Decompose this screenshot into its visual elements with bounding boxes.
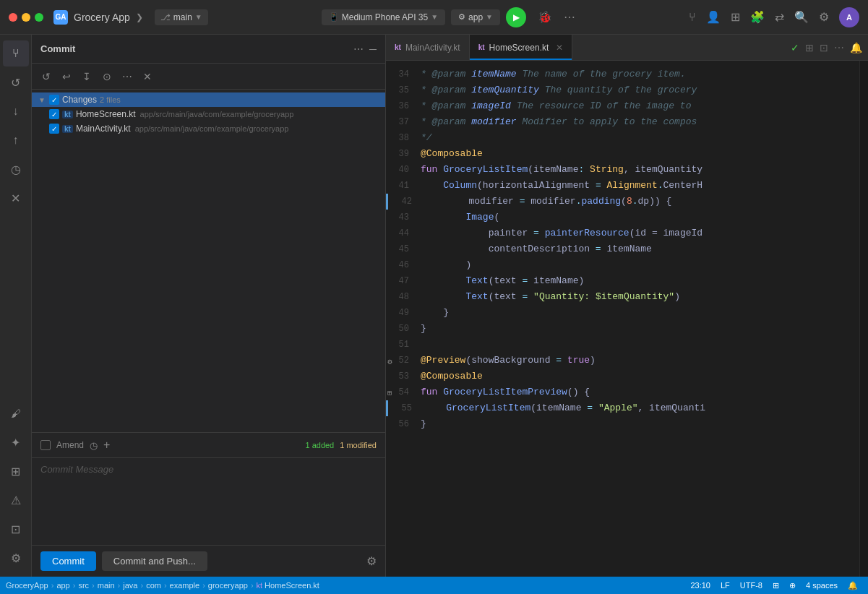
panel-header-icons: ⋯ ─: [353, 43, 377, 55]
add-amend-icon[interactable]: +: [103, 439, 110, 452]
panel-minimize-icon[interactable]: ─: [369, 43, 377, 55]
amend-label: Amend: [56, 440, 84, 450]
code-line-55: 55 GroceryListItem(itemName = "Apple", i…: [386, 400, 859, 416]
traffic-lights: [9, 13, 43, 22]
commit-button[interactable]: Commit: [40, 551, 96, 571]
changes-tree: ▼ ✓ Changes 2 files ✓ kt HomeScreen.kt a…: [32, 90, 385, 432]
build-target-selector[interactable]: ⚙ app ▼: [451, 9, 500, 25]
activity-pull[interactable]: ↓: [3, 98, 29, 124]
code-editor[interactable]: 34 * @param itemName The name of the gro…: [386, 61, 859, 577]
refresh-toolbar-icon[interactable]: ↺: [38, 68, 55, 85]
commit-settings-icon[interactable]: ⚙: [366, 554, 377, 568]
bc-com[interactable]: com: [146, 581, 161, 590]
activity-history[interactable]: ◷: [3, 156, 29, 182]
debug-button[interactable]: 🐞: [532, 4, 558, 30]
line-num-37: 37: [386, 114, 421, 130]
line-ending[interactable]: LF: [716, 581, 734, 590]
cursor-position[interactable]: 23:10: [686, 581, 715, 590]
activity-push[interactable]: ↑: [3, 127, 29, 153]
file-item-homescreen[interactable]: ✓ kt HomeScreen.kt app/src/main/java/com…: [32, 107, 385, 121]
bc-groceryapp[interactable]: GroceryApp: [6, 581, 48, 590]
line-num-43: 43: [386, 210, 421, 225]
tab-mainactivity[interactable]: kt MainActivity.kt: [386, 35, 470, 60]
tab-expand-icon[interactable]: ⊞: [805, 42, 814, 53]
line-content-55: GroceryListItem(itemName = "Apple", item…: [424, 400, 848, 416]
code-line-52: 52 ⚙ @Preview(showBackground = true): [386, 353, 859, 369]
activity-layers[interactable]: ⊞: [3, 458, 29, 484]
activity-star[interactable]: ✦: [3, 429, 29, 455]
tab-split-icon[interactable]: ⊡: [820, 42, 828, 53]
homescreen-checkbox[interactable]: ✓: [49, 109, 59, 119]
run-button[interactable]: ▶: [506, 7, 526, 27]
charset-selector[interactable]: UTF-8: [736, 581, 767, 590]
maximize-window-button[interactable]: [35, 13, 43, 22]
activity-brush[interactable]: 🖌: [3, 400, 29, 426]
changes-group-checkbox[interactable]: ✓: [49, 95, 59, 105]
more-toolbar-icon[interactable]: ⋯: [119, 68, 136, 85]
settings-icon[interactable]: ⚙: [819, 10, 829, 24]
code-line-46: 46 ): [386, 257, 859, 273]
version-control-icon[interactable]: ⑂: [689, 11, 696, 24]
commit-message-area[interactable]: Commit Message: [32, 458, 385, 545]
run-config-icon[interactable]: ⊞: [731, 10, 740, 24]
device-selector[interactable]: 📱 Medium Phone API 35 ▼: [322, 9, 445, 25]
activity-settings[interactable]: ⚙: [3, 545, 29, 571]
activity-source-control[interactable]: ⑂: [3, 40, 29, 66]
history-amend-icon[interactable]: ◷: [90, 440, 98, 451]
code-line-36: 36 * @param imageId The resource ID of t…: [386, 98, 859, 114]
stash-toolbar-icon[interactable]: ↧: [78, 68, 95, 85]
minimize-window-button[interactable]: [22, 13, 30, 22]
line-num-34: 34: [386, 66, 421, 82]
code-line-35: 35 * @param itemQuantity The quantity of…: [386, 82, 859, 98]
bc-groceryapp-pkg[interactable]: groceryapp: [208, 581, 248, 590]
bc-example[interactable]: example: [170, 581, 200, 590]
plugins-icon[interactable]: 🧩: [750, 10, 765, 24]
code-line-49: 49 }: [386, 305, 859, 321]
commit-push-button[interactable]: Commit and Push...: [102, 551, 207, 571]
panel-more-icon[interactable]: ⋯: [353, 43, 364, 55]
line-num-42: 42: [389, 194, 424, 210]
bc-main[interactable]: main: [98, 581, 115, 590]
activity-close[interactable]: ✕: [3, 185, 29, 211]
bc-java[interactable]: java: [123, 581, 137, 590]
activity-terminal[interactable]: ⊡: [3, 516, 29, 542]
amend-checkbox[interactable]: [40, 440, 51, 450]
diff-icon[interactable]: ⇄: [775, 10, 784, 24]
main-layout: ⑂ ↺ ↓ ↑ ◷ ✕ 🖌 ✦ ⊞ ⚠ ⊡ ⚙ Commit ⋯ ─ ↺ ↩ ↧…: [0, 35, 868, 577]
line-num-45: 45: [386, 241, 421, 257]
mainactivity-checkbox[interactable]: ✓: [49, 124, 59, 134]
line-num-56: 56: [386, 416, 421, 432]
changes-group-header[interactable]: ▼ ✓ Changes 2 files: [32, 92, 385, 107]
bc-src[interactable]: src: [78, 581, 89, 590]
avatar[interactable]: A: [839, 7, 859, 27]
global-search-icon[interactable]: 🔍: [794, 10, 809, 24]
bc-homescreen[interactable]: kt HomeScreen.kt: [257, 581, 319, 590]
close-toolbar-icon[interactable]: ✕: [139, 68, 156, 85]
line-content-36: * @param imageId The resource ID of the …: [421, 98, 848, 114]
tab-homescreen-close-icon[interactable]: ✕: [556, 43, 563, 53]
homescreen-filepath: app/src/main/java/com/example/groceryapp: [140, 110, 294, 119]
commit-panel: Commit ⋯ ─ ↺ ↩ ↧ ⊙ ⋯ ✕ ▼ ✓ Changes 2 fil…: [32, 35, 386, 577]
indent-spaces[interactable]: 4 spaces: [802, 581, 842, 590]
indent-selector[interactable]: ⊞: [768, 581, 783, 590]
branch-selector[interactable]: ⎇ main ▼: [155, 9, 208, 25]
collapse-arrow-icon: ▼: [38, 95, 46, 104]
activity-warning[interactable]: ⚠: [3, 487, 29, 513]
code-line-50: 50 }: [386, 321, 859, 337]
code-line-43: 43 Image(: [386, 210, 859, 225]
editor-minimap[interactable]: [859, 61, 868, 577]
tab-homescreen[interactable]: kt HomeScreen.kt ✕: [470, 35, 573, 60]
tab-more-icon[interactable]: ⋯: [834, 42, 844, 53]
tab-notification-icon[interactable]: 🔔: [850, 42, 862, 53]
changes-group-label: Changes: [62, 95, 97, 105]
bc-app[interactable]: app: [56, 581, 69, 590]
file-item-mainactivity[interactable]: ✓ kt MainActivity.kt app/src/main/java/c…: [32, 121, 385, 136]
close-window-button[interactable]: [9, 13, 17, 22]
undo-toolbar-icon[interactable]: ↩: [58, 68, 75, 85]
search-icon[interactable]: 👤: [706, 10, 721, 24]
discard-toolbar-icon[interactable]: ⊙: [98, 68, 116, 85]
activity-refresh[interactable]: ↺: [3, 69, 29, 95]
notification-bell[interactable]: 🔔: [843, 581, 862, 590]
zoom-icon[interactable]: ⊕: [785, 581, 800, 590]
amend-stats: 1 added 1 modified: [305, 441, 377, 449]
